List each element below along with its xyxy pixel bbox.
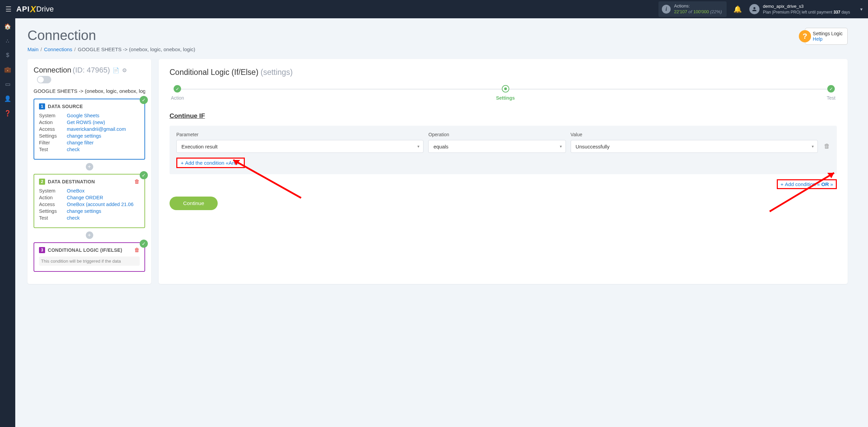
- bc-current: GOOGLE SHEETS -> (onebox, logic, onebox,…: [78, 46, 195, 52]
- bc-main[interactable]: Main: [27, 46, 39, 52]
- row-value[interactable]: Change ORDER: [67, 195, 103, 200]
- nav-briefcase-icon[interactable]: 💼: [0, 66, 15, 73]
- step-settings[interactable]: Settings: [496, 85, 515, 101]
- help-badge: ? Settings Logic Help: [799, 28, 848, 45]
- bell-icon[interactable]: 🔔: [733, 5, 742, 13]
- row-value[interactable]: maverickandrii@gmail.com: [67, 126, 126, 132]
- check-icon: ✓: [140, 96, 148, 104]
- add-step-button[interactable]: +: [86, 231, 93, 239]
- data-destination-panel: ✓ 2 DATA DESTINATION 🗑 SystemOneBox Acti…: [34, 174, 145, 228]
- nav-home-icon[interactable]: 🏠: [0, 23, 15, 30]
- label-value: Value: [571, 132, 818, 137]
- data-source-panel: ✓ 1 DATA SOURCE SystemGoogle Sheets Acti…: [34, 99, 145, 160]
- add-or-suffix: »: [830, 181, 833, 187]
- stepper: ✓Action Settings ✓Test: [170, 85, 837, 101]
- value-select[interactable]: Unsuccessfully ▾: [571, 140, 818, 153]
- row-value[interactable]: change filter: [67, 140, 94, 145]
- plus-icon: +: [181, 160, 184, 166]
- settings-title-main: Conditional Logic (If/Else): [170, 68, 260, 77]
- row-value[interactable]: Get ROWS (new): [67, 120, 105, 125]
- connection-path: GOOGLE SHEETS -> (onebox, logic, onebox,…: [34, 88, 145, 94]
- chevron-down-icon: ▾: [860, 6, 863, 12]
- main-area: ? Settings Logic Help Connection Main/Co…: [15, 18, 868, 427]
- actions-text: Actions: 22'107 of 100'000 (22%): [674, 3, 722, 15]
- step-label: Action: [171, 95, 184, 101]
- conditional-logic-panel: ✓ 3 CONDITIONAL LOGIC (IF/ELSE) 🗑 This c…: [34, 242, 145, 272]
- row-value[interactable]: check: [67, 147, 80, 152]
- page-title: Connection: [27, 28, 848, 43]
- label-parameter: Parameter: [176, 132, 423, 137]
- row-value[interactable]: Google Sheets: [67, 113, 99, 118]
- user-plan: Plan |Premium PRO| left until payment: [763, 10, 833, 15]
- nav-account-icon[interactable]: 👤: [0, 95, 15, 102]
- row-key: Test: [39, 147, 67, 152]
- row-key: Settings: [39, 133, 67, 139]
- plus-icon: +: [781, 181, 784, 187]
- step-label: Settings: [496, 95, 515, 101]
- connection-card: Connection (ID: 47965) 📄 ⚙ GOOGLE SHEETS…: [27, 59, 151, 284]
- add-step-button[interactable]: +: [86, 163, 93, 170]
- bc-connections[interactable]: Connections: [44, 46, 72, 52]
- user-days-suffix: days: [840, 10, 850, 15]
- gear-icon[interactable]: ⚙: [122, 67, 127, 74]
- row-key: Test: [39, 215, 67, 221]
- row-value[interactable]: change settings: [67, 133, 101, 139]
- panel-number: 2: [39, 179, 45, 185]
- panel-number: 1: [39, 103, 45, 109]
- nav-connections-icon[interactable]: ⛬: [0, 38, 15, 44]
- select-value: Unsuccessfully: [571, 140, 818, 153]
- add-and-button[interactable]: + Add the condition «And»: [176, 158, 245, 168]
- enable-toggle[interactable]: [37, 76, 51, 83]
- trash-icon[interactable]: 🗑: [134, 247, 140, 253]
- row-key: System: [39, 113, 67, 118]
- row-key: Action: [39, 120, 67, 125]
- actions-used: 22'107: [674, 9, 687, 14]
- row-key: System: [39, 188, 67, 194]
- label-operation: Operation: [428, 132, 566, 137]
- connection-heading: Connection: [34, 66, 71, 75]
- continue-if-heading: Continue IF: [170, 112, 837, 120]
- panel-title: DATA DESTINATION: [48, 179, 95, 184]
- help-box[interactable]: Settings Logic Help: [805, 28, 848, 45]
- select-value: equals: [428, 140, 566, 153]
- actions-label: Actions:: [674, 3, 722, 9]
- operation-select[interactable]: equals ▾: [428, 140, 566, 153]
- nav-youtube-icon[interactable]: ▭: [0, 81, 15, 88]
- actions-of: of: [687, 9, 693, 14]
- step-action[interactable]: ✓Action: [171, 85, 184, 101]
- row-value[interactable]: change settings: [67, 208, 101, 214]
- nav-billing-icon[interactable]: $: [0, 52, 15, 59]
- panel-number: 3: [39, 247, 45, 253]
- menu-icon[interactable]: ☰: [5, 5, 12, 13]
- condition-box: Parameter Execution result ▾ Operation e…: [170, 126, 837, 174]
- actions-total: 100'000: [693, 9, 709, 14]
- continue-button[interactable]: Continue: [170, 197, 218, 210]
- question-icon: ?: [799, 30, 811, 42]
- document-icon[interactable]: 📄: [113, 67, 119, 74]
- step-test[interactable]: ✓Test: [827, 85, 835, 101]
- user-name: demo_apix_drive_s3: [763, 3, 850, 9]
- row-value[interactable]: OneBox (account added 21.06: [67, 202, 134, 207]
- check-icon: ✓: [140, 171, 148, 179]
- user-menu[interactable]: demo_apix_drive_s3 Plan |Premium PRO| le…: [749, 3, 863, 15]
- sidenav: 🏠 ⛬ $ 💼 ▭ 👤 ❓: [0, 18, 15, 427]
- connection-id: (ID: 47965): [73, 66, 110, 75]
- annotation-arrow: [766, 171, 837, 215]
- panel-title: DATA SOURCE: [48, 104, 83, 109]
- settings-title: Conditional Logic (If/Else) (settings): [170, 68, 837, 77]
- add-or-button[interactable]: + Add condition «OR»: [777, 179, 837, 189]
- delete-condition-button[interactable]: 🗑: [824, 143, 830, 153]
- help-link[interactable]: Help: [813, 36, 843, 42]
- trash-icon[interactable]: 🗑: [134, 179, 140, 185]
- row-value[interactable]: check: [67, 215, 80, 221]
- row-value[interactable]: OneBox: [67, 188, 84, 194]
- topbar: ☰ API X Drive i Actions: 22'107 of 100'0…: [0, 0, 868, 18]
- panel-title: CONDITIONAL LOGIC (IF/ELSE): [48, 247, 122, 253]
- add-or-bold: OR: [821, 181, 829, 187]
- parameter-select[interactable]: Execution result ▾: [176, 140, 423, 153]
- actions-counter[interactable]: i Actions: 22'107 of 100'000 (22%): [658, 1, 727, 17]
- nav-help-icon[interactable]: ❓: [0, 110, 15, 117]
- logo[interactable]: API X Drive: [16, 4, 54, 15]
- logo-api: API: [16, 5, 30, 14]
- row-key: Settings: [39, 208, 67, 214]
